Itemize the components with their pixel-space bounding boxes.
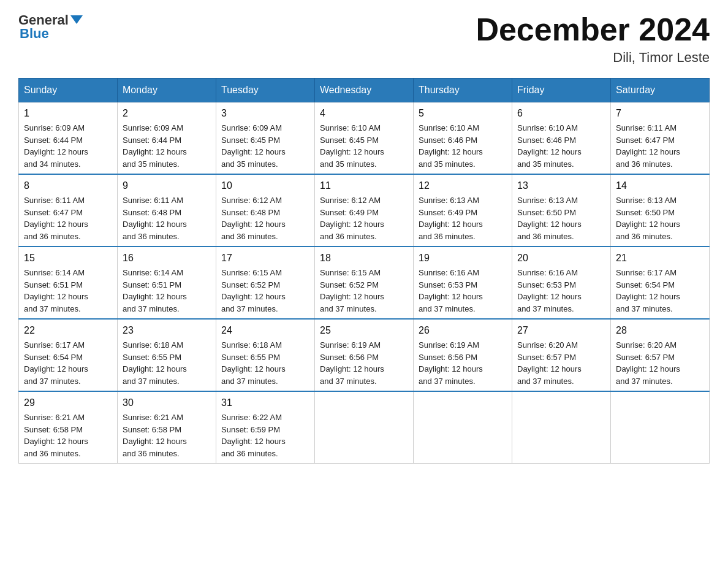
- sunrise-text: Sunrise: 6:11 AM: [616, 123, 677, 132]
- day-number: 22: [24, 323, 112, 338]
- daylight-text: Daylight: 12 hoursand 37 minutes.: [123, 364, 187, 386]
- sunrise-text: Sunrise: 6:16 AM: [517, 268, 578, 277]
- day-number: 30: [123, 396, 211, 410]
- day-number: 24: [221, 323, 309, 338]
- sunrise-text: Sunrise: 6:10 AM: [419, 123, 479, 132]
- sunset-text: Sunset: 6:52 PM: [221, 280, 280, 289]
- calendar-cell: 27 Sunrise: 6:20 AM Sunset: 6:57 PM Dayl…: [512, 319, 611, 391]
- sunset-text: Sunset: 6:50 PM: [616, 208, 675, 217]
- sunset-text: Sunset: 6:54 PM: [616, 280, 675, 289]
- title-block: December 2024 Dili, Timor Leste: [476, 12, 710, 66]
- day-number: 15: [24, 251, 112, 266]
- sunset-text: Sunset: 6:55 PM: [221, 353, 280, 362]
- calendar-cell: 2 Sunrise: 6:09 AM Sunset: 6:44 PM Dayli…: [118, 102, 216, 175]
- sunrise-text: Sunrise: 6:09 AM: [24, 123, 85, 132]
- day-number: 28: [616, 323, 704, 338]
- daylight-text: Daylight: 12 hoursand 34 minutes.: [24, 147, 88, 169]
- week-row-5: 29 Sunrise: 6:21 AM Sunset: 6:58 PM Dayl…: [19, 391, 710, 464]
- calendar-cell: 6 Sunrise: 6:10 AM Sunset: 6:46 PM Dayli…: [512, 102, 611, 175]
- page-header: General Blue December 2024 Dili, Timor L…: [18, 12, 710, 66]
- sunset-text: Sunset: 6:45 PM: [221, 136, 280, 145]
- day-number: 27: [517, 323, 605, 338]
- sunset-text: Sunset: 6:44 PM: [123, 136, 181, 145]
- header-monday: Monday: [118, 79, 216, 102]
- daylight-text: Daylight: 12 hoursand 36 minutes.: [123, 220, 187, 241]
- location-label: Dili, Timor Leste: [476, 50, 710, 66]
- calendar-cell: 19 Sunrise: 6:16 AM Sunset: 6:53 PM Dayl…: [414, 247, 512, 319]
- calendar-cell: 17 Sunrise: 6:15 AM Sunset: 6:52 PM Dayl…: [216, 247, 315, 319]
- sunrise-text: Sunrise: 6:17 AM: [616, 268, 677, 277]
- calendar-cell: 10 Sunrise: 6:12 AM Sunset: 6:48 PM Dayl…: [216, 174, 315, 247]
- daylight-text: Daylight: 12 hoursand 37 minutes.: [221, 364, 286, 386]
- calendar-cell: 25 Sunrise: 6:19 AM Sunset: 6:56 PM Dayl…: [315, 319, 414, 391]
- sunrise-text: Sunrise: 6:15 AM: [320, 268, 381, 277]
- week-row-1: 1 Sunrise: 6:09 AM Sunset: 6:44 PM Dayli…: [19, 102, 710, 175]
- day-number: 29: [24, 396, 112, 410]
- daylight-text: Daylight: 12 hoursand 36 minutes.: [320, 220, 384, 241]
- calendar-cell: 26 Sunrise: 6:19 AM Sunset: 6:56 PM Dayl…: [414, 319, 512, 391]
- daylight-text: Daylight: 12 hoursand 37 minutes.: [24, 364, 88, 386]
- sunrise-text: Sunrise: 6:19 AM: [320, 340, 381, 350]
- daylight-text: Daylight: 12 hoursand 36 minutes.: [616, 220, 680, 241]
- day-number: 26: [419, 323, 507, 338]
- day-number: 23: [123, 323, 211, 338]
- sunset-text: Sunset: 6:48 PM: [221, 208, 280, 217]
- daylight-text: Daylight: 12 hoursand 37 minutes.: [320, 364, 384, 386]
- sunset-text: Sunset: 6:53 PM: [419, 280, 477, 289]
- sunset-text: Sunset: 6:59 PM: [221, 425, 280, 434]
- day-number: 19: [419, 251, 507, 266]
- calendar-cell: 7 Sunrise: 6:11 AM Sunset: 6:47 PM Dayli…: [611, 102, 710, 175]
- daylight-text: Daylight: 12 hoursand 37 minutes.: [320, 292, 384, 313]
- day-number: 18: [320, 251, 408, 266]
- daylight-text: Daylight: 12 hoursand 35 minutes.: [320, 147, 384, 169]
- sunset-text: Sunset: 6:52 PM: [320, 280, 379, 289]
- daylight-text: Daylight: 12 hoursand 36 minutes.: [616, 147, 680, 169]
- calendar-cell: 8 Sunrise: 6:11 AM Sunset: 6:47 PM Dayli…: [19, 174, 118, 247]
- sunset-text: Sunset: 6:51 PM: [123, 280, 181, 289]
- sunrise-text: Sunrise: 6:17 AM: [24, 340, 85, 350]
- calendar-cell: 11 Sunrise: 6:12 AM Sunset: 6:49 PM Dayl…: [315, 174, 414, 247]
- calendar-cell: 15 Sunrise: 6:14 AM Sunset: 6:51 PM Dayl…: [19, 247, 118, 319]
- logo-arrow-icon: [70, 15, 83, 24]
- day-number: 3: [221, 106, 309, 121]
- calendar-cell: 14 Sunrise: 6:13 AM Sunset: 6:50 PM Dayl…: [611, 174, 710, 247]
- sunrise-text: Sunrise: 6:22 AM: [221, 413, 282, 422]
- calendar-cell: 29 Sunrise: 6:21 AM Sunset: 6:58 PM Dayl…: [19, 391, 118, 464]
- daylight-text: Daylight: 12 hoursand 37 minutes.: [123, 292, 187, 313]
- calendar-cell: 20 Sunrise: 6:16 AM Sunset: 6:53 PM Dayl…: [512, 247, 611, 319]
- sunset-text: Sunset: 6:47 PM: [616, 136, 675, 145]
- sunset-text: Sunset: 6:44 PM: [24, 136, 83, 145]
- logo: General Blue: [18, 12, 83, 42]
- sunrise-text: Sunrise: 6:13 AM: [517, 196, 578, 205]
- sunrise-text: Sunrise: 6:10 AM: [517, 123, 578, 132]
- daylight-text: Daylight: 12 hoursand 35 minutes.: [221, 147, 286, 169]
- day-number: 5: [419, 106, 507, 121]
- sunset-text: Sunset: 6:47 PM: [24, 208, 83, 217]
- sunset-text: Sunset: 6:46 PM: [419, 136, 477, 145]
- sunrise-text: Sunrise: 6:21 AM: [123, 413, 183, 422]
- sunrise-text: Sunrise: 6:14 AM: [123, 268, 183, 277]
- week-row-4: 22 Sunrise: 6:17 AM Sunset: 6:54 PM Dayl…: [19, 319, 710, 391]
- sunrise-text: Sunrise: 6:18 AM: [123, 340, 183, 350]
- sunrise-text: Sunrise: 6:12 AM: [221, 196, 282, 205]
- calendar-cell: 24 Sunrise: 6:18 AM Sunset: 6:55 PM Dayl…: [216, 319, 315, 391]
- sunrise-text: Sunrise: 6:15 AM: [221, 268, 282, 277]
- sunrise-text: Sunrise: 6:09 AM: [221, 123, 282, 132]
- daylight-text: Daylight: 12 hoursand 36 minutes.: [419, 220, 483, 241]
- sunrise-text: Sunrise: 6:14 AM: [24, 268, 85, 277]
- sunset-text: Sunset: 6:51 PM: [24, 280, 83, 289]
- calendar-cell: 21 Sunrise: 6:17 AM Sunset: 6:54 PM Dayl…: [611, 247, 710, 319]
- day-header-row: SundayMondayTuesdayWednesdayThursdayFrid…: [19, 79, 710, 102]
- daylight-text: Daylight: 12 hoursand 35 minutes.: [123, 147, 187, 169]
- sunset-text: Sunset: 6:56 PM: [320, 353, 379, 362]
- calendar-cell: [414, 391, 512, 464]
- sunset-text: Sunset: 6:48 PM: [123, 208, 181, 217]
- daylight-text: Daylight: 12 hoursand 36 minutes.: [123, 437, 187, 458]
- day-number: 2: [123, 106, 211, 121]
- day-number: 7: [616, 106, 704, 121]
- calendar-cell: 16 Sunrise: 6:14 AM Sunset: 6:51 PM Dayl…: [118, 247, 216, 319]
- calendar-cell: 23 Sunrise: 6:18 AM Sunset: 6:55 PM Dayl…: [118, 319, 216, 391]
- sunrise-text: Sunrise: 6:20 AM: [616, 340, 677, 350]
- calendar-cell: [611, 391, 710, 464]
- daylight-text: Daylight: 12 hoursand 36 minutes.: [24, 220, 88, 241]
